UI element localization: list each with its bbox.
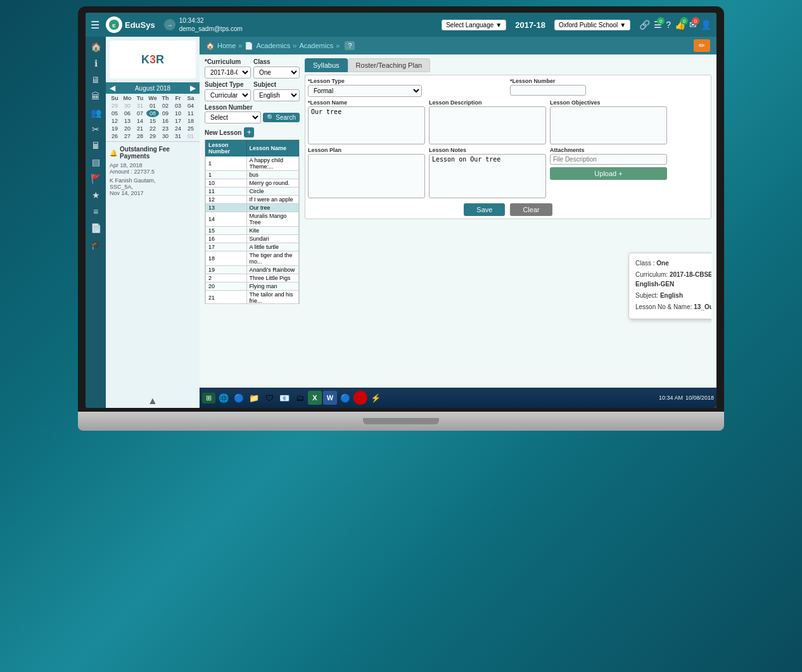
cal-day[interactable]: 20 xyxy=(121,125,134,132)
cal-day[interactable]: 13 xyxy=(121,117,134,125)
cal-day[interactable]: 03 xyxy=(172,102,184,110)
sidebar-doc-icon[interactable]: 📄 xyxy=(86,220,106,236)
cal-day[interactable]: 31 xyxy=(172,132,184,140)
sidebar-bank-icon[interactable]: 🏛 xyxy=(86,89,106,104)
table-row[interactable]: 18The tiger and the mo... xyxy=(206,251,299,266)
cal-day[interactable]: 06 xyxy=(121,110,134,117)
table-row[interactable]: 1bus xyxy=(206,171,299,179)
cal-day[interactable]: 21 xyxy=(134,125,146,132)
cal-day[interactable]: 26 xyxy=(108,132,121,140)
sidebar-list-icon[interactable]: ≡ xyxy=(86,204,106,219)
edit-btn[interactable]: ✏ xyxy=(694,39,710,52)
cal-day[interactable]: 30 xyxy=(159,132,172,140)
search-button[interactable]: 🔍 Search xyxy=(263,113,300,122)
table-row[interactable]: 21The tailor and his frie... xyxy=(206,291,299,305)
cal-day[interactable]: 01 xyxy=(146,102,159,110)
taskbar-folder-icon[interactable]: 📁 xyxy=(247,391,261,405)
breadcrumb-home[interactable]: Home xyxy=(217,42,236,49)
link-icon-btn[interactable]: 🔗 xyxy=(639,20,650,30)
cal-day[interactable]: 16 xyxy=(159,117,172,125)
tab-syllabus[interactable]: Syllabus xyxy=(305,58,348,72)
curriculum-select[interactable]: 2017-18-CBS xyxy=(205,67,251,79)
cal-day[interactable]: 04 xyxy=(184,102,197,110)
calendar-next-btn[interactable]: ▶ xyxy=(190,84,196,92)
class-select[interactable]: One xyxy=(253,67,300,79)
cal-day[interactable]: 28 xyxy=(134,132,146,140)
table-row[interactable]: 10Merry go round. xyxy=(206,179,299,187)
cal-day[interactable]: 15 xyxy=(146,117,159,125)
cal-day[interactable]: 01 xyxy=(184,132,197,140)
table-row[interactable]: 14Muralis Mango Tree xyxy=(206,212,299,227)
taskbar-ie-icon[interactable]: 🌐 xyxy=(217,391,231,405)
lesson-obj-textarea[interactable] xyxy=(550,106,667,144)
lesson-desc-textarea[interactable] xyxy=(429,106,546,144)
table-row[interactable]: 16Sundari xyxy=(206,235,299,243)
scroll-up-btn[interactable]: ▲ xyxy=(106,394,200,408)
cal-day[interactable]: 29 xyxy=(108,102,121,110)
start-button[interactable]: ⊞ xyxy=(202,393,215,403)
sidebar-home-icon[interactable]: 🏠 xyxy=(86,39,106,54)
sidebar-table-icon[interactable]: ▤ xyxy=(86,155,106,170)
cal-day[interactable]: 23 xyxy=(159,125,172,132)
cal-day[interactable]: 30 xyxy=(121,102,134,110)
taskbar-chrome-icon[interactable]: 🔵 xyxy=(232,391,246,405)
table-row[interactable]: 19Anandi's Rainbow xyxy=(206,266,299,274)
cal-day[interactable]: 10 xyxy=(172,110,184,117)
lesson-type-select[interactable]: Formal xyxy=(308,85,422,97)
tab-roster[interactable]: Roster/Teaching Plan xyxy=(348,58,431,72)
taskbar-mail-icon[interactable]: 📧 xyxy=(277,391,291,405)
hamburger-icon[interactable]: ☰ xyxy=(91,19,99,31)
cal-day[interactable]: 05 xyxy=(108,110,121,117)
cal-day[interactable]: 25 xyxy=(184,125,197,132)
taskbar-files-icon[interactable]: 🗂 xyxy=(293,391,307,405)
table-row[interactable]: 11Circle xyxy=(206,187,299,196)
sidebar-star-icon[interactable]: ★ xyxy=(86,187,106,203)
table-row[interactable]: 13Our tree xyxy=(206,204,299,212)
cal-day[interactable]: 24 xyxy=(172,125,184,132)
cal-day[interactable]: 27 xyxy=(121,132,134,140)
cal-day[interactable]: 12 xyxy=(108,117,121,125)
taskbar-red-icon[interactable] xyxy=(353,391,367,405)
cal-day[interactable]: 14 xyxy=(134,117,146,125)
add-lesson-button[interactable]: + xyxy=(244,127,254,137)
taskbar-thunder-icon[interactable]: ⚡ xyxy=(369,391,383,405)
school-selector[interactable]: Oxford Public School ▼ xyxy=(554,20,630,30)
cal-day[interactable]: 31 xyxy=(134,102,146,110)
table-row[interactable]: 15Kite xyxy=(206,227,299,235)
nav-arrow-btn[interactable]: → xyxy=(164,19,175,30)
cal-day[interactable]: 07 xyxy=(134,110,146,117)
table-row[interactable]: 17A little turtle xyxy=(206,243,299,251)
lesson-notes-textarea[interactable]: Lesson on Our tree xyxy=(429,154,546,198)
cal-day[interactable]: 17 xyxy=(172,117,184,125)
save-button[interactable]: Save xyxy=(464,203,505,216)
sidebar-calc-icon[interactable]: 🖩 xyxy=(86,138,106,153)
help-icon-btn[interactable]: ? xyxy=(666,20,671,30)
table-row[interactable]: 1A happy child Theme:... xyxy=(206,156,299,171)
lesson-plan-textarea[interactable] xyxy=(308,154,425,198)
sidebar-grad-icon[interactable]: 🎓 xyxy=(86,237,106,252)
clear-button[interactable]: Clear xyxy=(510,203,552,216)
table-row[interactable]: 20Flying man xyxy=(206,282,299,291)
user-icon-btn[interactable]: 👤 xyxy=(701,20,711,30)
lesson-number-input[interactable]: 13 xyxy=(510,85,586,96)
thumbs-icon-btn[interactable]: 👍 0 xyxy=(675,20,685,30)
file-desc-input[interactable] xyxy=(550,154,667,165)
cal-day[interactable]: 11 xyxy=(184,110,197,117)
list-icon-btn[interactable]: ☰ 0 xyxy=(654,20,662,30)
lesson-number-select[interactable]: Select xyxy=(205,111,261,124)
subject-select[interactable]: English xyxy=(253,89,300,101)
sidebar-scissors-icon[interactable]: ✂ xyxy=(86,122,106,137)
table-row[interactable]: 2Three Little Pigs xyxy=(206,274,299,282)
sidebar-flag-icon[interactable]: 🚩 xyxy=(86,171,106,186)
cal-day[interactable]: 09 xyxy=(159,110,172,117)
sidebar-info-icon[interactable]: ℹ xyxy=(86,56,106,71)
breadcrumb-academics1[interactable]: Academics xyxy=(256,42,290,49)
taskbar-word-icon[interactable]: W xyxy=(323,391,337,405)
table-row[interactable]: 12If I were an apple xyxy=(206,196,299,204)
cal-day[interactable]: 19 xyxy=(108,125,121,132)
language-selector[interactable]: Select Language ▼ xyxy=(442,20,506,30)
cal-day[interactable]: 22 xyxy=(146,125,159,132)
mail-icon-btn[interactable]: ✉ 0 xyxy=(689,20,697,30)
calendar-prev-btn[interactable]: ◀ xyxy=(110,84,115,92)
cal-day[interactable]: 18 xyxy=(184,117,197,125)
